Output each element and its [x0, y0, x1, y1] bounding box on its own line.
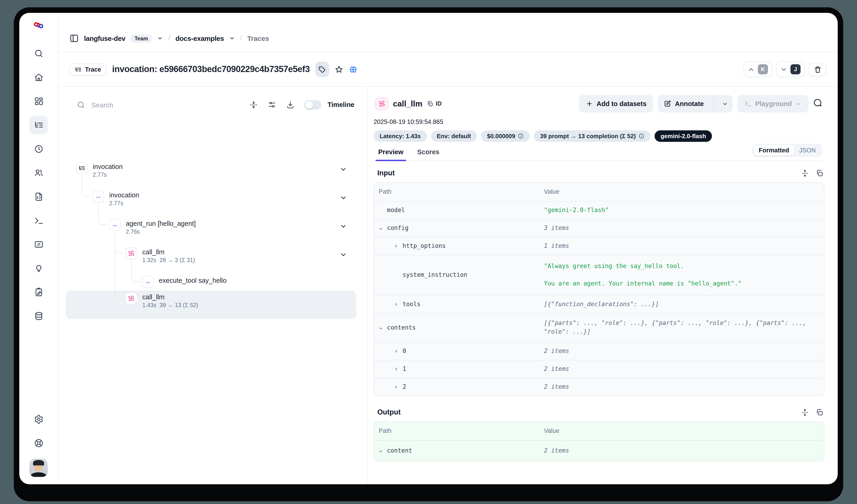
- tree-node-invocation[interactable]: invocation2.77s: [58, 160, 367, 189]
- breadcrumb-page[interactable]: Traces: [247, 34, 269, 42]
- path-key: http_options: [403, 242, 446, 250]
- path-key: model: [387, 206, 405, 215]
- sidebar-item-support[interactable]: [29, 434, 48, 452]
- row-down-chevron[interactable]: ›: [379, 447, 387, 455]
- chevron-down-icon[interactable]: [229, 35, 235, 41]
- playground-button[interactable]: Playground: [737, 95, 808, 113]
- copy-id-button[interactable]: ID: [427, 101, 441, 107]
- row-down-chevron[interactable]: ›: [379, 224, 387, 233]
- sidebar-item-settings[interactable]: [29, 410, 48, 428]
- comments-button[interactable]: [813, 98, 822, 109]
- bookmark-star-button[interactable]: [334, 65, 343, 74]
- observation-name: call_llm: [393, 99, 422, 108]
- annotate-button[interactable]: Annotate: [658, 95, 733, 113]
- annotate-dropdown[interactable]: [718, 95, 733, 113]
- path-value: 3 items: [539, 220, 824, 237]
- prev-trace-button[interactable]: K: [744, 62, 772, 77]
- span-icon: ↔: [112, 222, 118, 228]
- input-json-table: PathValuemodel"gemini-2.0-flash"›config3…: [374, 182, 824, 396]
- tab-preview[interactable]: Preview: [377, 148, 404, 161]
- chevron-down-icon[interactable]: [157, 35, 163, 41]
- expand-vertical-icon[interactable]: [801, 169, 809, 177]
- row-right-chevron[interactable]: ›: [394, 383, 403, 391]
- sidebar-item-sessions[interactable]: [29, 139, 48, 158]
- node-metrics: 1.43s 39 → 13 (Σ 52): [142, 302, 198, 308]
- sidebar-item-home[interactable]: [29, 68, 48, 86]
- sidebar-item-playground[interactable]: [29, 211, 48, 230]
- tags-button[interactable]: [315, 62, 329, 77]
- badge-label: Latency: 1.43s: [380, 133, 421, 139]
- row-right-chevron[interactable]: ›: [394, 365, 403, 373]
- plus-icon: [586, 100, 593, 107]
- file-code-icon: [34, 192, 44, 201]
- sidebar-item-insights[interactable]: [29, 259, 48, 277]
- row-down-chevron[interactable]: ›: [379, 323, 387, 332]
- column-value: Value: [539, 183, 824, 200]
- sidebar-item-users[interactable]: [29, 164, 48, 182]
- tree-node-call-llm[interactable]: call_llm1.32s 28 → 3 (Σ 31): [58, 246, 367, 274]
- next-trace-button[interactable]: J: [776, 62, 805, 77]
- langfuse-logo-icon: [33, 19, 45, 31]
- panel-toggle-icon[interactable]: [69, 34, 79, 43]
- path-key: 1: [403, 365, 406, 373]
- sidebar-item-scores[interactable]: [29, 235, 48, 253]
- tree-node-call-llm[interactable]: call_llm1.43s 39 → 13 (Σ 52): [66, 290, 356, 319]
- add-to-datasets-label: Add to datasets: [596, 100, 646, 107]
- public-share-button[interactable]: [349, 65, 357, 74]
- span-arrows-chip: ↔: [109, 219, 121, 231]
- row-right-chevron[interactable]: ›: [394, 300, 403, 309]
- badge-label: Env: default: [437, 133, 471, 139]
- preview-scroll-area[interactable]: Input PathValuemodel"gemini-2.0-flash"›c…: [368, 161, 838, 475]
- span-icon: ↔: [95, 194, 101, 200]
- node-collapse-chevron[interactable]: [340, 166, 347, 175]
- format-json[interactable]: JSON: [794, 145, 821, 156]
- sidebar-item-evaluators[interactable]: [29, 283, 48, 301]
- database-icon: [34, 311, 44, 321]
- trace-tree-panel: Search Timeline invocation2.77s↔invocati…: [58, 87, 368, 484]
- trace-type-badge[interactable]: Trace: [69, 63, 107, 75]
- badge-label: $0.000009: [487, 133, 515, 139]
- span-tree: invocation2.77s↔invocation2.77s↔agent_ru…: [58, 122, 367, 484]
- add-to-datasets-button[interactable]: Add to datasets: [578, 95, 653, 113]
- clock-icon: [34, 144, 44, 153]
- format-formatted[interactable]: Formatted: [754, 145, 794, 156]
- breadcrumb-section[interactable]: docs-examples: [175, 34, 224, 42]
- avatar-shoulders: [30, 472, 47, 477]
- breadcrumb-project[interactable]: langfuse-dev: [84, 34, 125, 42]
- sidebar-item-prompts[interactable]: [29, 187, 48, 206]
- delete-trace-button[interactable]: [809, 63, 827, 76]
- copy-icon[interactable]: [816, 169, 823, 177]
- collapse-all-icon[interactable]: [250, 100, 258, 109]
- sidebar-item-datasets[interactable]: [29, 307, 48, 325]
- observation-detail-panel: call_llm ID Add to datasets: [368, 87, 838, 484]
- path-value: [{"function_declarations": ...}]: [539, 296, 824, 313]
- row-right-chevron[interactable]: ›: [394, 242, 403, 250]
- tree-node-execute-tool-say-hello[interactable]: ↔execute_tool say_hello: [58, 274, 367, 290]
- row-right-chevron[interactable]: ›: [394, 347, 403, 355]
- node-collapse-chevron[interactable]: [340, 194, 347, 203]
- copy-icon[interactable]: [816, 408, 823, 416]
- input-title: Input: [377, 169, 395, 177]
- lifebuoy-icon: [34, 438, 44, 448]
- list-tree-chip: [76, 162, 88, 174]
- span-arrows-chip: ↔: [92, 190, 104, 202]
- search-input[interactable]: Search: [77, 100, 250, 109]
- node-metrics: 2.76s: [126, 229, 196, 235]
- tree-connector: [115, 231, 124, 298]
- user-avatar[interactable]: [29, 458, 48, 477]
- sidebar-item-dashboards[interactable]: [29, 92, 48, 110]
- download-icon[interactable]: [286, 100, 295, 109]
- expand-vertical-icon[interactable]: [801, 408, 809, 416]
- json-row-tools: ›tools[{"function_declarations": ...}]: [374, 296, 824, 314]
- sidebar-item-tracing[interactable]: [29, 116, 48, 134]
- tab-scores[interactable]: Scores: [416, 148, 440, 161]
- span-icon: ↔: [145, 279, 151, 285]
- node-collapse-chevron[interactable]: [340, 251, 347, 260]
- timeline-toggle[interactable]: [305, 100, 322, 110]
- breadcrumb-separator: /: [240, 33, 242, 43]
- node-label: agent_run [hello_agent]: [126, 220, 196, 227]
- filter-settings-icon[interactable]: [268, 100, 276, 109]
- search-placeholder: Search: [91, 101, 113, 108]
- node-collapse-chevron[interactable]: [340, 223, 347, 232]
- sidebar-item-search[interactable]: [29, 44, 48, 63]
